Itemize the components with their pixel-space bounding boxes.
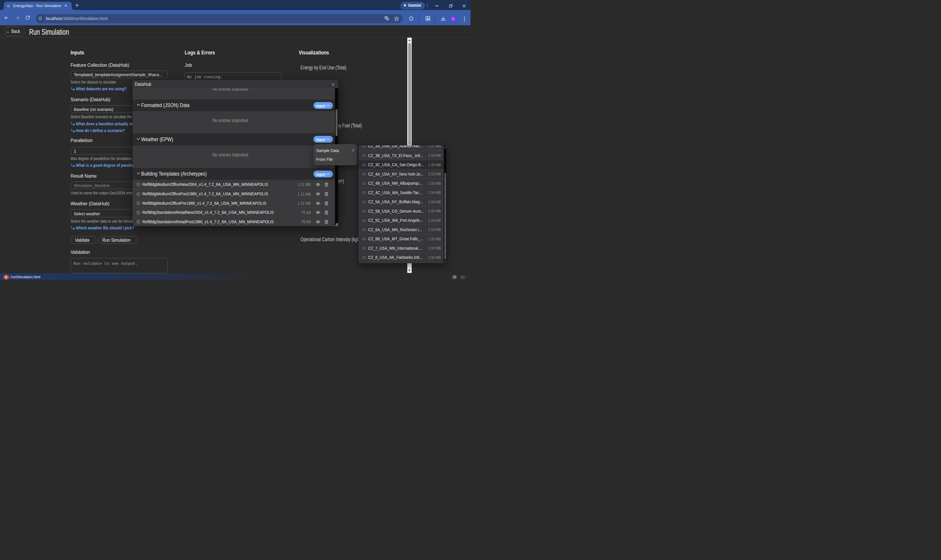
- svg-text:文: 文: [386, 18, 389, 21]
